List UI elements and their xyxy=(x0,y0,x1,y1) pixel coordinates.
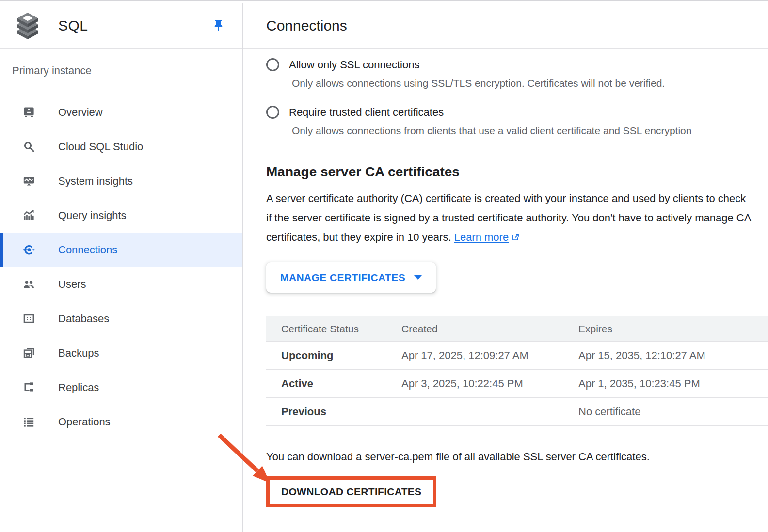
query-insights-icon xyxy=(22,209,35,222)
learn-more-link[interactable]: Learn more xyxy=(454,231,521,243)
search-icon xyxy=(22,140,35,153)
cert-status: Previous xyxy=(266,398,401,425)
cloud-sql-logo-icon xyxy=(15,12,41,40)
system-insights-icon xyxy=(22,174,35,188)
connections-icon xyxy=(22,243,35,256)
external-link-icon xyxy=(511,233,520,242)
backups-icon xyxy=(22,346,35,360)
sidebar: SQL Primary instance Overview xyxy=(0,3,243,532)
table-row-previous: Previous No certificate xyxy=(266,398,768,426)
users-icon xyxy=(22,278,35,291)
sidebar-item-cloud-sql-studio[interactable]: Cloud SQL Studio xyxy=(0,129,242,164)
main-panel: Connections Allow only SSL connections O… xyxy=(243,3,768,532)
cert-created xyxy=(401,398,578,425)
table-row-active: Active Apr 3, 2025, 10:22:45 PM Apr 1, 2… xyxy=(266,370,768,398)
column-header-created: Created xyxy=(401,316,578,341)
sidebar-header: SQL xyxy=(0,3,242,49)
sidebar-item-operations[interactable]: Operations xyxy=(0,405,242,439)
sidebar-item-label: Databases xyxy=(58,313,109,325)
main-content: Allow only SSL connections Only allows c… xyxy=(243,58,768,507)
column-header-expires: Expires xyxy=(578,316,768,341)
sidebar-item-replicas[interactable]: Replicas xyxy=(0,370,242,405)
manage-certificates-button[interactable]: MANAGE CERTIFICATES xyxy=(266,262,436,293)
sidebar-item-query-insights[interactable]: Query insights xyxy=(0,198,242,233)
download-certificates-button[interactable]: DOWNLOAD CERTIFICATES xyxy=(270,480,433,504)
radio-label[interactable]: Allow only SSL connections xyxy=(289,59,419,71)
main-header: Connections xyxy=(243,3,768,49)
cert-expires: Apr 1, 2035, 10:23:45 PM xyxy=(578,370,768,397)
app-title: SQL xyxy=(58,17,88,34)
radio-label[interactable]: Require trusted client certificates xyxy=(289,106,444,119)
certificates-table: Certificate Status Created Expires Upcom… xyxy=(266,316,768,426)
radio-button[interactable] xyxy=(266,106,279,119)
radio-description: Only allows connections from clients tha… xyxy=(292,125,768,137)
replicas-icon xyxy=(22,381,35,394)
overview-icon xyxy=(22,106,35,119)
radio-description: Only allows connections using SSL/TLS en… xyxy=(292,77,768,90)
table-row-upcoming: Upcoming Apr 17, 2025, 12:09:27 AM Apr 1… xyxy=(266,342,768,370)
sidebar-item-backups[interactable]: Backups xyxy=(0,336,242,370)
column-header-certificate-status: Certificate Status xyxy=(266,316,401,341)
download-note: You can download a server-ca.pem file of… xyxy=(266,451,768,463)
sidebar-item-label: Cloud SQL Studio xyxy=(58,141,143,153)
table-header-row: Certificate Status Created Expires xyxy=(266,316,768,342)
sidebar-item-label: System insights xyxy=(58,175,133,188)
learn-more-label[interactable]: Learn more xyxy=(454,231,509,243)
chevron-down-icon xyxy=(414,275,422,280)
cert-status: Active xyxy=(266,370,401,397)
sidebar-section-label: Primary instance xyxy=(0,49,242,77)
cloud-sql-connections-page: SQL Primary instance Overview xyxy=(0,0,768,532)
sidebar-item-label: Replicas xyxy=(58,381,99,394)
operations-icon xyxy=(22,415,35,428)
sidebar-item-connections[interactable]: Connections xyxy=(0,233,242,267)
page-title: Connections xyxy=(266,17,347,34)
cert-expires: No certificate xyxy=(578,398,768,425)
cert-created: Apr 17, 2025, 12:09:27 AM xyxy=(401,342,578,369)
cert-created: Apr 3, 2025, 10:22:45 PM xyxy=(401,370,578,397)
pin-icon[interactable] xyxy=(212,18,225,33)
sidebar-nav: Overview Cloud SQL Studio xyxy=(0,95,242,439)
manage-ca-description: A server certificate authority (CA) cert… xyxy=(266,189,753,247)
sidebar-item-label: Users xyxy=(58,278,86,291)
cert-status: Upcoming xyxy=(266,342,401,369)
sidebar-item-users[interactable]: Users xyxy=(0,267,242,301)
ssl-option-require-client-certs[interactable]: Require trusted client certificates xyxy=(266,106,768,119)
cert-expires: Apr 15, 2035, 12:10:27 AM xyxy=(578,342,768,369)
sidebar-item-label: Connections xyxy=(58,244,117,256)
ssl-option-allow-only-ssl[interactable]: Allow only SSL connections xyxy=(266,58,768,71)
sidebar-item-label: Operations xyxy=(58,416,111,428)
sidebar-item-label: Overview xyxy=(58,106,103,119)
databases-icon xyxy=(22,312,35,325)
sidebar-item-system-insights[interactable]: System insights xyxy=(0,164,242,198)
sidebar-item-databases[interactable]: Databases xyxy=(0,301,242,336)
manage-certificates-label: MANAGE CERTIFICATES xyxy=(280,272,405,283)
manage-ca-heading: Manage server CA certificates xyxy=(266,164,768,180)
radio-button[interactable] xyxy=(266,58,279,71)
annotation-highlight-box: DOWNLOAD CERTIFICATES xyxy=(266,476,436,507)
sidebar-item-label: Query insights xyxy=(58,209,127,222)
sidebar-item-overview[interactable]: Overview xyxy=(0,95,242,129)
sidebar-item-label: Backups xyxy=(58,347,99,360)
